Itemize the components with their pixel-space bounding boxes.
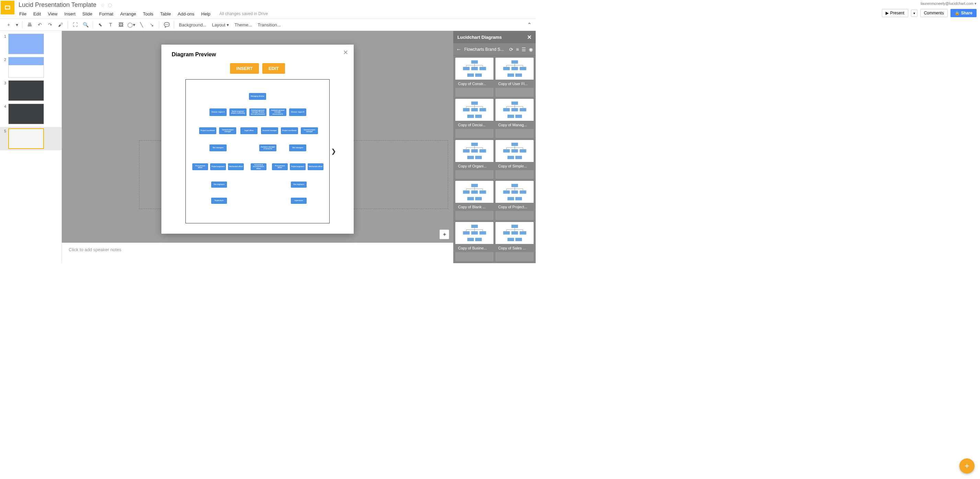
image-icon[interactable]: 🖼 bbox=[116, 20, 125, 29]
svg-rect-16 bbox=[507, 73, 514, 77]
org-node: Managing director bbox=[249, 93, 266, 100]
slide-thumb-5[interactable] bbox=[8, 128, 44, 149]
slide-thumb-2[interactable] bbox=[8, 57, 44, 78]
diagram-card[interactable]: Copy of Blank ... bbox=[455, 181, 493, 220]
close-icon[interactable]: ✕ bbox=[527, 34, 531, 41]
slide-thumb-1[interactable] bbox=[8, 33, 44, 54]
svg-rect-56 bbox=[507, 156, 514, 159]
svg-rect-86 bbox=[467, 238, 474, 241]
explore-button[interactable]: ✦ bbox=[439, 230, 449, 239]
account-icon[interactable]: ◉ bbox=[529, 47, 533, 52]
menu-view[interactable]: View bbox=[44, 10, 61, 18]
next-icon[interactable]: ❯ bbox=[331, 148, 336, 155]
svg-rect-1 bbox=[6, 6, 9, 9]
org-node: General project manager bbox=[219, 127, 236, 134]
svg-rect-43 bbox=[463, 149, 469, 153]
menu-edit[interactable]: Edit bbox=[30, 10, 44, 18]
background-button[interactable]: Background... bbox=[177, 21, 208, 29]
menu-help[interactable]: Help bbox=[198, 10, 214, 18]
print-icon[interactable]: 🖶 bbox=[25, 20, 34, 29]
paint-format-icon[interactable]: 🖌 bbox=[56, 20, 65, 29]
arrow-icon[interactable]: ↘ bbox=[147, 20, 156, 29]
transition-button[interactable]: Transition... bbox=[256, 21, 283, 29]
menubar: File Edit View Insert Slide Format Arran… bbox=[0, 9, 536, 19]
insert-button[interactable]: INSERT bbox=[230, 63, 259, 74]
theme-button[interactable]: Theme... bbox=[232, 21, 254, 29]
svg-rect-74 bbox=[511, 190, 518, 194]
slide-panel: 1 2 3 4 5 bbox=[0, 31, 62, 263]
menu-table[interactable]: Table bbox=[157, 10, 175, 18]
diagram-card[interactable]: Copy of Sales ... bbox=[495, 222, 534, 261]
svg-rect-83 bbox=[463, 231, 469, 235]
slide-thumb-3[interactable] bbox=[8, 80, 44, 101]
move-folder-icon[interactable]: ⬡ bbox=[108, 2, 112, 8]
zoom-icon[interactable]: 🔍 bbox=[81, 20, 90, 29]
diagram-card[interactable]: Copy of Organi... bbox=[455, 140, 493, 179]
org-node: Procurement officer bbox=[272, 163, 288, 170]
svg-rect-82 bbox=[471, 225, 478, 228]
menu-insert[interactable]: Insert bbox=[61, 10, 79, 18]
diagram-thumbnail bbox=[455, 99, 493, 121]
svg-rect-46 bbox=[467, 156, 474, 159]
new-slide-button[interactable]: + bbox=[4, 20, 13, 29]
svg-rect-36 bbox=[507, 114, 514, 118]
svg-rect-35 bbox=[520, 108, 526, 111]
menu-slide[interactable]: Slide bbox=[79, 10, 96, 18]
diagram-card[interactable]: Copy of User Fl... bbox=[495, 58, 534, 97]
org-node: General project manager bbox=[301, 127, 318, 134]
list-icon[interactable]: ☰ bbox=[522, 47, 526, 52]
menu-arrange[interactable]: Arrange bbox=[117, 10, 139, 18]
diagram-card[interactable]: Copy of Manag... bbox=[495, 99, 534, 138]
back-icon[interactable]: ← bbox=[456, 46, 461, 52]
org-node: Assistant general manager: procurements bbox=[269, 108, 286, 116]
new-slide-dropdown[interactable]: ▾ bbox=[14, 20, 19, 29]
diagram-thumbnail bbox=[495, 58, 534, 79]
save-status: All changes saved in Drive bbox=[220, 11, 268, 16]
svg-rect-33 bbox=[503, 108, 509, 111]
comment-icon[interactable]: 💬 bbox=[162, 20, 171, 29]
edit-button[interactable]: EDIT bbox=[262, 63, 285, 74]
org-node: Procurement officer bbox=[192, 163, 208, 170]
star-icon[interactable]: ☆ bbox=[100, 2, 105, 8]
svg-rect-7 bbox=[475, 73, 481, 77]
close-icon[interactable]: ✕ bbox=[343, 49, 348, 56]
menu-tools[interactable]: Tools bbox=[139, 10, 157, 18]
zoom-fit-icon[interactable]: ⛶ bbox=[71, 20, 80, 29]
toolbar: + ▾ 🖶 ↶ ↷ 🖌 ⛶ 🔍 ⬉ T 🖼 ◯▾ ╲ ↘ 💬 Backgroun… bbox=[0, 19, 536, 31]
slide-thumb-4[interactable] bbox=[8, 104, 44, 124]
svg-rect-14 bbox=[511, 67, 518, 70]
textbox-icon[interactable]: T bbox=[106, 20, 115, 29]
line-icon[interactable]: ╲ bbox=[137, 20, 146, 29]
refresh-icon[interactable]: ⟳ bbox=[509, 47, 513, 52]
svg-rect-34 bbox=[511, 108, 518, 111]
redo-icon[interactable]: ↷ bbox=[46, 20, 55, 29]
diagram-frame: Managing director Director: region A Sen… bbox=[185, 79, 329, 224]
collapse-toolbar-icon[interactable]: ⌃ bbox=[527, 22, 531, 28]
svg-rect-32 bbox=[511, 102, 518, 105]
undo-icon[interactable]: ↶ bbox=[35, 20, 44, 29]
menu-file[interactable]: File bbox=[16, 10, 30, 18]
canvas-area: ✕ Diagram Preview INSERT EDIT Managing d… bbox=[62, 31, 453, 263]
svg-rect-62 bbox=[471, 184, 478, 187]
svg-rect-57 bbox=[515, 156, 522, 159]
diagram-card[interactable]: Copy of Simple... bbox=[495, 140, 534, 179]
diagram-card[interactable]: Copy of Constr... bbox=[455, 58, 493, 97]
svg-rect-25 bbox=[479, 108, 486, 111]
svg-rect-63 bbox=[463, 190, 469, 194]
shape-icon[interactable]: ◯▾ bbox=[127, 20, 136, 29]
svg-rect-93 bbox=[503, 231, 509, 235]
layout-button[interactable]: Layout ▾ bbox=[210, 21, 231, 29]
select-icon[interactable]: ⬉ bbox=[96, 20, 105, 29]
sort-icon[interactable]: ≡ bbox=[516, 47, 519, 52]
menu-addons[interactable]: Add-ons bbox=[175, 10, 198, 18]
document-title[interactable]: Lucid Presentation Template bbox=[19, 2, 97, 9]
speaker-notes[interactable]: Click to add speaker notes bbox=[62, 243, 453, 263]
slide-number: 3 bbox=[3, 80, 8, 101]
diagram-card[interactable]: Copy of Busine... bbox=[455, 222, 493, 261]
svg-rect-13 bbox=[503, 67, 509, 70]
slides-logo[interactable] bbox=[1, 1, 14, 14]
menu-format[interactable]: Format bbox=[96, 10, 117, 18]
svg-rect-24 bbox=[471, 108, 478, 111]
diagram-card[interactable]: Copy of Decisi... bbox=[455, 99, 493, 138]
diagram-card[interactable]: Copy of Project... bbox=[495, 181, 534, 220]
